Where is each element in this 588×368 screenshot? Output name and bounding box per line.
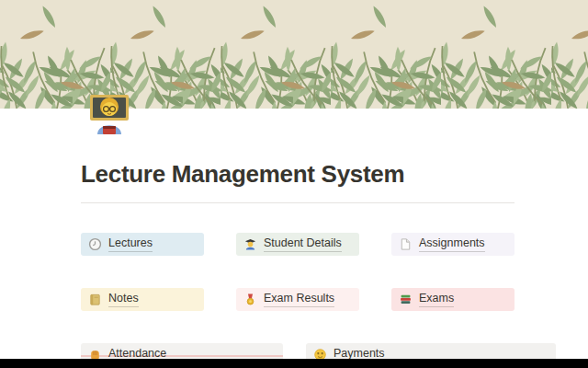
page-icon [399, 237, 413, 251]
page-title: Lecture Management System [81, 160, 522, 189]
card-label: Lectures [108, 236, 153, 253]
card-lectures[interactable]: Lectures [81, 233, 204, 256]
card-exams[interactable]: Exams [391, 288, 514, 311]
card-label: Student Details [264, 236, 342, 253]
medal-icon [243, 293, 257, 306]
card-row-1: Lectures Student Details Assignments [81, 233, 514, 256]
clock-icon [88, 237, 102, 251]
books-icon [399, 293, 413, 306]
card-student-details[interactable]: Student Details [236, 233, 359, 256]
title-divider [81, 202, 514, 203]
card-exam-results[interactable]: Exam Results [236, 288, 359, 311]
woman-teacher-emoji-icon[interactable] [88, 92, 130, 134]
card-label: Notes [108, 292, 139, 308]
card-label: Assignments [419, 236, 485, 253]
card-notes[interactable]: Notes [81, 288, 204, 311]
card-assignments[interactable]: Assignments [391, 233, 514, 256]
student-icon [243, 237, 257, 251]
letterbox-bar [0, 359, 588, 368]
card-label: Exam Results [264, 292, 334, 308]
notion-page: Lecture Management System Lectures Stude… [0, 0, 588, 368]
card-label: Exams [419, 292, 454, 308]
notebook-icon [88, 293, 102, 306]
card-row-2: Notes Exam Results Exams [81, 288, 514, 311]
